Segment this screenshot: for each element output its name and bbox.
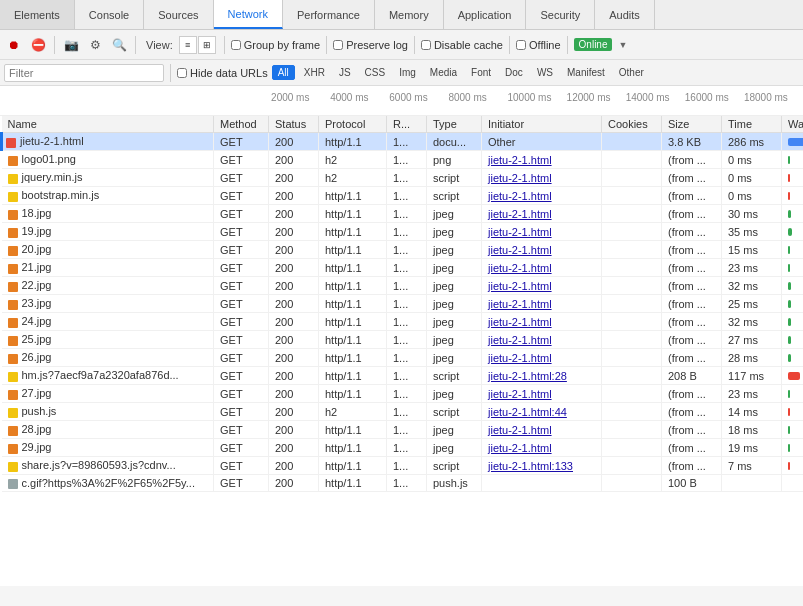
list-view-icon[interactable]: ≡ [179, 36, 197, 54]
cell-r: 1... [387, 385, 427, 403]
offline-label[interactable]: Offline [516, 39, 561, 51]
group-by-frame-checkbox[interactable] [231, 40, 241, 50]
disable-cache-checkbox[interactable] [421, 40, 431, 50]
filter-other-btn[interactable]: Other [614, 66, 649, 79]
table-row[interactable]: c.gif?https%3A%2F%2F65%2F5y...GET200http… [2, 475, 804, 492]
cell-cookies [602, 151, 662, 169]
filter-img-btn[interactable]: Img [394, 66, 421, 79]
filter-css-btn[interactable]: CSS [360, 66, 391, 79]
col-header-name[interactable]: Name [2, 116, 214, 133]
col-header-initiator[interactable]: Initiator [482, 116, 602, 133]
table-row[interactable]: bootstrap.min.jsGET200http/1.11...script… [2, 187, 804, 205]
filter-doc-btn[interactable]: Doc [500, 66, 528, 79]
search-button[interactable]: 🔍 [109, 35, 129, 55]
tab-console[interactable]: Console [75, 0, 144, 29]
initiator-link[interactable]: jietu-2-1.html [488, 424, 552, 436]
table-row[interactable]: share.js?v=89860593.js?cdnv...GET200http… [2, 457, 804, 475]
throttle-dropdown-arrow[interactable]: ▼ [618, 40, 627, 50]
tab-application[interactable]: Application [444, 0, 527, 29]
initiator-link[interactable]: jietu-2-1.html [488, 442, 552, 454]
cell-type: jpeg [427, 331, 482, 349]
col-header-r[interactable]: R... [387, 116, 427, 133]
col-header-waterfall[interactable]: Wat... [782, 116, 804, 133]
initiator-link[interactable]: jietu-2-1.html [488, 334, 552, 346]
table-row[interactable]: 19.jpgGET200http/1.11...jpegjietu-2-1.ht… [2, 223, 804, 241]
preserve-log-checkbox[interactable] [333, 40, 343, 50]
col-header-status[interactable]: Status [269, 116, 319, 133]
network-table-wrapper[interactable]: Name Method Status Protocol R... Type In… [0, 116, 803, 586]
group-by-frame-label[interactable]: Group by frame [231, 39, 320, 51]
initiator-link[interactable]: jietu-2-1.html:28 [488, 370, 567, 382]
initiator-link[interactable]: jietu-2-1.html [488, 244, 552, 256]
js-file-icon [8, 462, 18, 472]
table-row[interactable]: 21.jpgGET200http/1.11...jpegjietu-2-1.ht… [2, 259, 804, 277]
offline-checkbox[interactable] [516, 40, 526, 50]
tab-performance[interactable]: Performance [283, 0, 375, 29]
tab-audits[interactable]: Audits [595, 0, 655, 29]
table-row[interactable]: 23.jpgGET200http/1.11...jpegjietu-2-1.ht… [2, 295, 804, 313]
initiator-link[interactable]: jietu-2-1.html [488, 154, 552, 166]
initiator-link[interactable]: jietu-2-1.html [488, 208, 552, 220]
table-row[interactable]: 20.jpgGET200http/1.11...jpegjietu-2-1.ht… [2, 241, 804, 259]
table-row[interactable]: hm.js?7aecf9a7a2320afa876d...GET200http/… [2, 367, 804, 385]
table-row[interactable]: push.jsGET200h21...scriptjietu-2-1.html:… [2, 403, 804, 421]
initiator-link[interactable]: jietu-2-1.html [488, 316, 552, 328]
table-row[interactable]: 25.jpgGET200http/1.11...jpegjietu-2-1.ht… [2, 331, 804, 349]
filter-ws-btn[interactable]: WS [532, 66, 558, 79]
col-header-time[interactable]: Time [722, 116, 782, 133]
initiator-link[interactable]: jietu-2-1.html [488, 352, 552, 364]
table-row[interactable]: 26.jpgGET200http/1.11...jpegjietu-2-1.ht… [2, 349, 804, 367]
initiator-link[interactable]: jietu-2-1.html [488, 298, 552, 310]
table-row[interactable]: 29.jpgGET200http/1.11...jpegjietu-2-1.ht… [2, 439, 804, 457]
record-button[interactable]: ⏺ [4, 35, 24, 55]
col-header-type[interactable]: Type [427, 116, 482, 133]
tab-security[interactable]: Security [526, 0, 595, 29]
initiator-link[interactable]: jietu-2-1.html [488, 190, 552, 202]
table-row[interactable]: logo01.pngGET200h21...pngjietu-2-1.html(… [2, 151, 804, 169]
initiator-link[interactable]: jietu-2-1.html:44 [488, 406, 567, 418]
cell-cookies [602, 259, 662, 277]
filter-button[interactable]: ⚙ [85, 35, 105, 55]
cell-method: GET [214, 475, 269, 492]
screenshot-button[interactable]: 📷 [61, 35, 81, 55]
tab-memory[interactable]: Memory [375, 0, 444, 29]
cell-protocol: http/1.1 [319, 259, 387, 277]
cell-status: 200 [269, 241, 319, 259]
grid-view-icon[interactable]: ⊞ [198, 36, 216, 54]
cell-status: 200 [269, 295, 319, 313]
filter-font-btn[interactable]: Font [466, 66, 496, 79]
stop-button[interactable]: ⛔ [28, 35, 48, 55]
waterfall-bar [788, 354, 791, 362]
col-header-size[interactable]: Size [662, 116, 722, 133]
initiator-link[interactable]: jietu-2-1.html [488, 226, 552, 238]
filter-media-btn[interactable]: Media [425, 66, 462, 79]
col-header-method[interactable]: Method [214, 116, 269, 133]
table-row[interactable]: jietu-2-1.htmlGET200http/1.11...docu...O… [2, 133, 804, 151]
preserve-log-label[interactable]: Preserve log [333, 39, 408, 51]
col-header-protocol[interactable]: Protocol [319, 116, 387, 133]
table-row[interactable]: 22.jpgGET200http/1.11...jpegjietu-2-1.ht… [2, 277, 804, 295]
table-row[interactable]: 18.jpgGET200http/1.11...jpegjietu-2-1.ht… [2, 205, 804, 223]
table-row[interactable]: 24.jpgGET200http/1.11...jpegjietu-2-1.ht… [2, 313, 804, 331]
tab-sources[interactable]: Sources [144, 0, 213, 29]
filter-manifest-btn[interactable]: Manifest [562, 66, 610, 79]
filter-xhr-btn[interactable]: XHR [299, 66, 330, 79]
initiator-link[interactable]: jietu-2-1.html [488, 172, 552, 184]
table-row[interactable]: 28.jpgGET200http/1.11...jpegjietu-2-1.ht… [2, 421, 804, 439]
initiator-link[interactable]: jietu-2-1.html:133 [488, 460, 573, 472]
filter-all-btn[interactable]: All [272, 65, 295, 80]
hide-data-urls-label[interactable]: Hide data URLs [177, 67, 268, 79]
table-row[interactable]: 27.jpgGET200http/1.11...jpegjietu-2-1.ht… [2, 385, 804, 403]
disable-cache-label[interactable]: Disable cache [421, 39, 503, 51]
initiator-link[interactable]: jietu-2-1.html [488, 262, 552, 274]
filter-input[interactable] [4, 64, 164, 82]
initiator-link[interactable]: jietu-2-1.html [488, 280, 552, 292]
table-row[interactable]: jquery.min.jsGET200h21...scriptjietu-2-1… [2, 169, 804, 187]
col-header-cookies[interactable]: Cookies [602, 116, 662, 133]
tab-elements[interactable]: Elements [0, 0, 75, 29]
tab-network[interactable]: Network [214, 0, 283, 29]
cell-r: 1... [387, 403, 427, 421]
initiator-link[interactable]: jietu-2-1.html [488, 388, 552, 400]
filter-js-btn[interactable]: JS [334, 66, 356, 79]
hide-data-urls-checkbox[interactable] [177, 68, 187, 78]
